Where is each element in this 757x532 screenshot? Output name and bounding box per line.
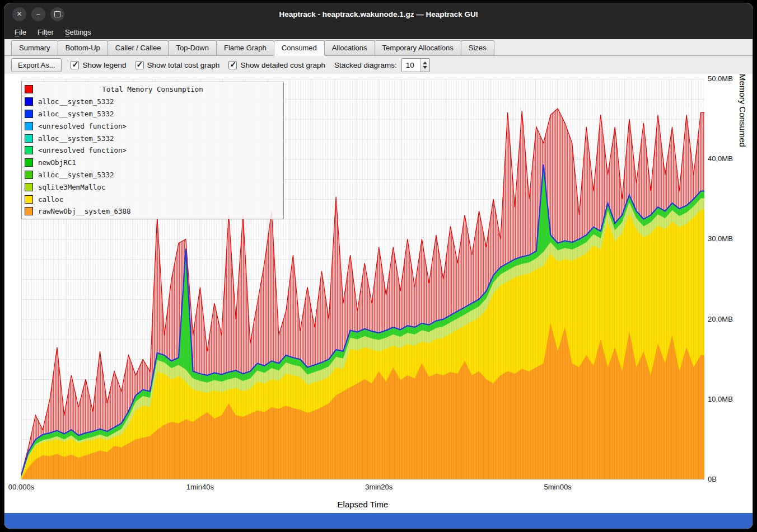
legend-row: calloc [22,193,283,205]
export-as-button[interactable]: Export As... [11,58,62,72]
checkbox-show-legend[interactable]: Show legend [71,61,126,69]
maximize-icon [54,11,60,17]
tab-temporary-allocations[interactable]: Temporary Allocations [375,40,461,55]
legend-swatch [25,207,33,215]
y-tick-label: 20,0MB [708,315,733,323]
spinner-down-icon[interactable] [423,66,427,69]
legend-swatch [25,122,33,130]
legend-row: alloc__system_5332 [22,169,283,181]
tab-bottom-up[interactable]: Bottom-Up [58,40,108,55]
toolbar: Export As... Show legendShow total cost … [4,56,753,74]
window-title: Heaptrack - heaptrack.wakunode.1.gz — He… [4,10,753,18]
minimize-button[interactable]: – [31,7,45,21]
legend-swatch [25,158,33,167]
stacked-diagrams-value: 10 [402,59,420,72]
legend-row: newObjRC1 [22,157,283,169]
legend-label: calloc [38,195,63,204]
legend-row: alloc__system_5332 [22,108,283,120]
checkbox-icon[interactable] [135,61,144,69]
menubar: FileFilterSettings [4,25,753,39]
legend-row: rawNewObj__system_6388 [22,205,283,218]
legend-swatch [25,110,33,118]
spinner-up-icon[interactable] [423,62,427,64]
legend-row: sqlite3MemMalloc [22,181,283,193]
legend-swatch [25,146,33,154]
spinner-buttons[interactable] [420,59,429,72]
checkbox-row: Show legendShow total cost graphShow det… [71,61,325,69]
tab-summary[interactable]: Summary [11,40,58,55]
y-tick-label: 30,0MB [708,234,733,243]
menu-settings[interactable]: Settings [59,26,97,38]
app-window: ✕ – Heaptrack - heaptrack.wakunode.1.gz … [4,3,753,529]
chart-region: Total Memory Consumptionalloc__system_53… [4,74,753,513]
titlebar: ✕ – Heaptrack - heaptrack.wakunode.1.gz … [4,3,753,25]
legend-label: alloc__system_5332 [38,110,114,118]
y-axis-title: Memory Consumed [738,74,747,488]
legend-label: <unresolved function> [38,146,127,154]
tab-top-down[interactable]: Top-Down [168,40,217,55]
legend-label: rawNewObj__system_6388 [38,207,131,215]
tab-sizes[interactable]: Sizes [461,40,494,55]
stacked-diagrams-label: Stacked diagrams: [334,61,397,69]
y-tick-label: 50,0MB [708,74,733,83]
legend-label: alloc__system_5332 [38,171,114,179]
checkbox-label: Show detailed cost graph [240,61,325,69]
checkbox-icon[interactable] [228,61,237,69]
legend-row: alloc__system_5332 [22,132,283,144]
close-icon: ✕ [16,10,22,18]
checkbox-icon[interactable] [71,61,79,69]
checkbox-label: Show total cost graph [147,61,220,69]
legend-swatch [25,171,33,179]
stacked-diagrams-spinbox[interactable]: 10 [401,58,430,72]
tab-caller-callee[interactable]: Caller / Callee [108,40,169,55]
menu-file[interactable]: File [9,26,32,38]
legend-swatch [25,97,33,106]
checkbox-show-detailed-cost-graph[interactable]: Show detailed cost graph [228,61,325,69]
x-tick-label: 5min00s [544,483,572,491]
tab-flame-graph[interactable]: Flame Graph [216,40,274,55]
legend-swatch [25,195,33,204]
tab-allocations[interactable]: Allocations [324,40,375,55]
chart-legend: Total Memory Consumptionalloc__system_53… [21,82,284,219]
x-tick-label: 3min20s [365,483,392,491]
minimize-icon: – [36,10,40,18]
legend-swatch [25,183,33,191]
legend-label: newObjRC1 [38,158,76,167]
tab-bar: SummaryBottom-UpCaller / CalleeTop-DownF… [4,39,753,56]
legend-row: <unresolved function> [22,144,283,157]
legend-label: alloc__system_5332 [38,97,114,106]
x-tick-label: 00.000s [8,483,34,491]
legend-label: alloc__system_5332 [38,134,114,143]
menu-filter[interactable]: Filter [32,26,59,38]
legend-row: alloc__system_5332 [22,96,283,108]
maximize-button[interactable] [50,7,64,21]
y-tick-label: 40,0MB [708,154,733,163]
legend-swatch [25,134,33,143]
checkbox-label: Show legend [82,61,126,69]
bottom-accent-bar [4,513,753,529]
x-tick-label: 1min40s [186,483,214,491]
x-axis-title: Elapsed Time [4,500,721,509]
legend-label: <unresolved function> [38,122,127,130]
tab-consumed[interactable]: Consumed [274,40,325,55]
legend-row: <unresolved function> [22,120,283,132]
legend-row: Total Memory Consumption [22,83,283,96]
window-controls: ✕ – [12,7,64,21]
close-button[interactable]: ✕ [12,7,26,21]
checkbox-show-total-cost-graph[interactable]: Show total cost graph [135,61,220,69]
y-tick-label: 10,0MB [708,395,733,403]
legend-label: sqlite3MemMalloc [38,183,105,191]
y-tick-label: 0B [708,475,717,483]
legend-title: Total Memory Consumption [22,85,283,93]
